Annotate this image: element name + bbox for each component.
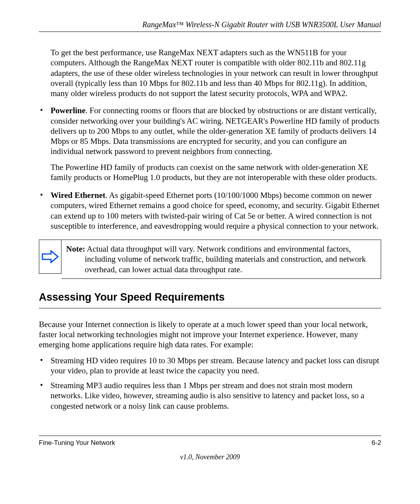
section-intro-para: Because your Internet connection is like… [39,319,381,350]
bullet-marker: • [39,355,51,376]
bullet-hd-video: • Streaming HD video requires 10 to 30 M… [39,355,381,376]
note-box: Note: Actual data throughput will vary. … [39,240,381,279]
bullet-powerline-sub: The Powerline HD family of products can … [51,162,381,183]
bullet-marker: • [39,105,51,186]
document-page: RangeMax™ Wireless-N Gigabit Router with… [0,0,420,411]
footer-center: v1.0, November 2009 [39,453,381,461]
note-first-line: Actual data throughput will vary. Networ… [85,244,351,254]
bullet-wired: • Wired Ethernet. As gigabit-speed Ether… [39,190,381,231]
note-label: Note: [66,244,85,254]
page-header: RangeMax™ Wireless-N Gigabit Router with… [39,20,381,32]
intro-paragraph: To get the best performance, use RangeMa… [51,47,381,98]
bullet-powerline-text: . For connecting rooms or floors that ar… [51,106,380,156]
bullet-wired-lead: Wired Ethernet [51,191,105,200]
bullet-hd-text: Streaming HD video requires 10 to 30 Mbp… [51,355,381,376]
note-continuation: including volume of network traffic, bui… [85,254,374,275]
bullet-marker: • [39,380,51,411]
bullet-powerline-lead: Powerline [51,106,86,115]
bullet-powerline-content: Powerline. For connecting rooms or floor… [51,105,381,186]
note-content: Note: Actual data throughput will vary. … [61,240,381,279]
footer-left: Fine-Tuning Your Network [39,439,115,447]
bullet-mp3-text: Streaming MP3 audio requires less than 1… [51,380,381,411]
bullet-mp3-audio: • Streaming MP3 audio requires less than… [39,380,381,411]
footer-right: 6-2 [371,439,381,447]
bullet-wired-content: Wired Ethernet. As gigabit-speed Etherne… [51,190,381,231]
footer-row: Fine-Tuning Your Network 6-2 [39,439,381,447]
note-icon-container [39,240,61,274]
bullet-powerline: • Powerline. For connecting rooms or flo… [39,105,381,186]
arrow-right-icon [42,250,59,263]
bullet-marker: • [39,190,51,231]
section-heading: Assessing Your Speed Requirements [39,291,381,308]
footer-rule [39,436,381,436]
page-footer: Fine-Tuning Your Network 6-2 v1.0, Novem… [39,436,381,461]
header-title: RangeMax™ Wireless-N Gigabit Router with… [142,20,381,29]
